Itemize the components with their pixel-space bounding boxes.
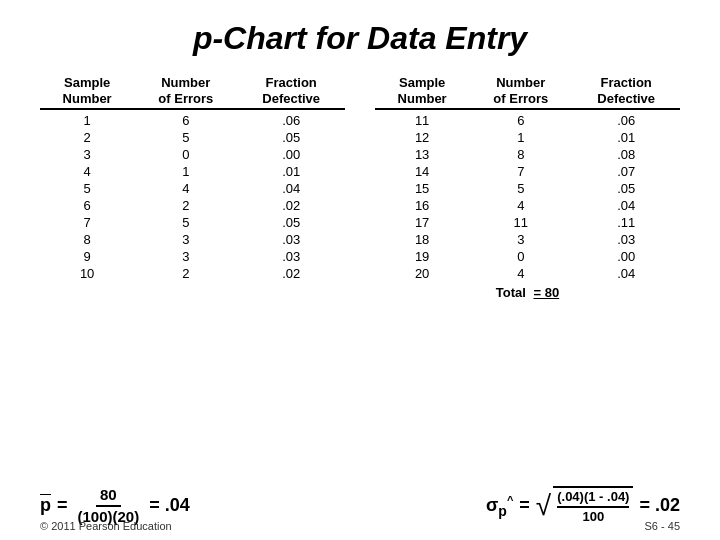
- pbar-result: = .04: [149, 495, 190, 516]
- left-col3-header: FractionDefective: [237, 73, 345, 109]
- table-cell: .06: [572, 109, 680, 129]
- right-col2-header: Numberof Errors: [469, 73, 572, 109]
- total-value: = 80: [534, 285, 560, 300]
- table-cell: 3: [469, 231, 572, 248]
- sqrt-sign: √: [536, 492, 551, 520]
- table-cell: 11: [469, 214, 572, 231]
- table-cell: .03: [237, 248, 345, 265]
- sigma-equals: =: [519, 495, 530, 516]
- left-table-section: SampleNumber Numberof Errors FractionDef…: [40, 73, 345, 475]
- slide-number: S6 - 45: [645, 520, 680, 532]
- table-cell: 7: [40, 214, 134, 231]
- table-cell: .05: [237, 214, 345, 231]
- table-cell: 1: [40, 109, 134, 129]
- table-cell: 8: [469, 146, 572, 163]
- table-cell: .03: [237, 231, 345, 248]
- table-cell: 3: [134, 248, 237, 265]
- table-cell: 13: [375, 146, 469, 163]
- table-cell: .04: [572, 265, 680, 282]
- table-cell: 5: [134, 129, 237, 146]
- table-cell: .02: [237, 197, 345, 214]
- table-cell: 20: [375, 265, 469, 282]
- page-title: p-Chart for Data Entry: [40, 20, 680, 57]
- right-table-section: SampleNumber Numberof Errors FractionDef…: [375, 73, 680, 475]
- table-cell: .01: [572, 129, 680, 146]
- copyright: © 2011 Pearson Education: [40, 520, 172, 532]
- sqrt-numerator: (.04)(1 - .04): [557, 488, 629, 506]
- table-cell: .03: [572, 231, 680, 248]
- sqrt-denominator: 100: [582, 508, 604, 526]
- page: p-Chart for Data Entry SampleNumber Numb…: [0, 0, 720, 540]
- table-cell: .04: [237, 180, 345, 197]
- table-cell: 18: [375, 231, 469, 248]
- table-cell: 1: [134, 163, 237, 180]
- table-cell: .07: [572, 163, 680, 180]
- right-col1-header: SampleNumber: [375, 73, 469, 109]
- table-cell: .11: [572, 214, 680, 231]
- total-row: Total = 80: [375, 285, 680, 300]
- table-cell: 1: [469, 129, 572, 146]
- table-cell: 4: [40, 163, 134, 180]
- table-cell: .02: [237, 265, 345, 282]
- table-cell: 10: [40, 265, 134, 282]
- table-cell: 2: [134, 197, 237, 214]
- table-cell: .08: [572, 146, 680, 163]
- table-cell: 8: [40, 231, 134, 248]
- left-col1-header: SampleNumber: [40, 73, 134, 109]
- right-col3-header: FractionDefective: [572, 73, 680, 109]
- table-cell: .06: [237, 109, 345, 129]
- content-row: SampleNumber Numberof Errors FractionDef…: [40, 73, 680, 475]
- table-cell: 3: [134, 231, 237, 248]
- table-cell: 14: [375, 163, 469, 180]
- table-cell: .05: [237, 129, 345, 146]
- table-cell: 4: [469, 265, 572, 282]
- table-cell: 6: [134, 109, 237, 129]
- left-col2-header: Numberof Errors: [134, 73, 237, 109]
- table-cell: 19: [375, 248, 469, 265]
- left-table: SampleNumber Numberof Errors FractionDef…: [40, 73, 345, 282]
- table-cell: 5: [469, 180, 572, 197]
- fraction-numerator: 80: [96, 485, 121, 507]
- sigma-p-hat-symbol: σp^: [486, 494, 513, 519]
- table-cell: .04: [572, 197, 680, 214]
- table-cell: .00: [572, 248, 680, 265]
- total-label: Total: [496, 285, 526, 300]
- table-cell: 17: [375, 214, 469, 231]
- table-cell: 12: [375, 129, 469, 146]
- table-cell: 6: [40, 197, 134, 214]
- table-cell: .05: [572, 180, 680, 197]
- table-cell: 5: [40, 180, 134, 197]
- sqrt-content: (.04)(1 - .04) 100: [553, 486, 633, 526]
- table-cell: .01: [237, 163, 345, 180]
- table-cell: 2: [134, 265, 237, 282]
- table-cell: 5: [134, 214, 237, 231]
- table-cell: 4: [134, 180, 237, 197]
- table-cell: 16: [375, 197, 469, 214]
- table-cell: .00: [237, 146, 345, 163]
- table-cell: 9: [40, 248, 134, 265]
- table-cell: 0: [134, 146, 237, 163]
- table-cell: 4: [469, 197, 572, 214]
- right-table: SampleNumber Numberof Errors FractionDef…: [375, 73, 680, 282]
- table-cell: 0: [469, 248, 572, 265]
- sigma-result: = .02: [639, 495, 680, 516]
- table-cell: 3: [40, 146, 134, 163]
- table-cell: 15: [375, 180, 469, 197]
- pbar-symbol: p: [40, 495, 51, 516]
- table-cell: 6: [469, 109, 572, 129]
- equals-sign-1: =: [57, 495, 68, 516]
- table-cell: 2: [40, 129, 134, 146]
- sqrt-container: √ (.04)(1 - .04) 100: [536, 486, 634, 526]
- table-cell: 7: [469, 163, 572, 180]
- table-cell: 11: [375, 109, 469, 129]
